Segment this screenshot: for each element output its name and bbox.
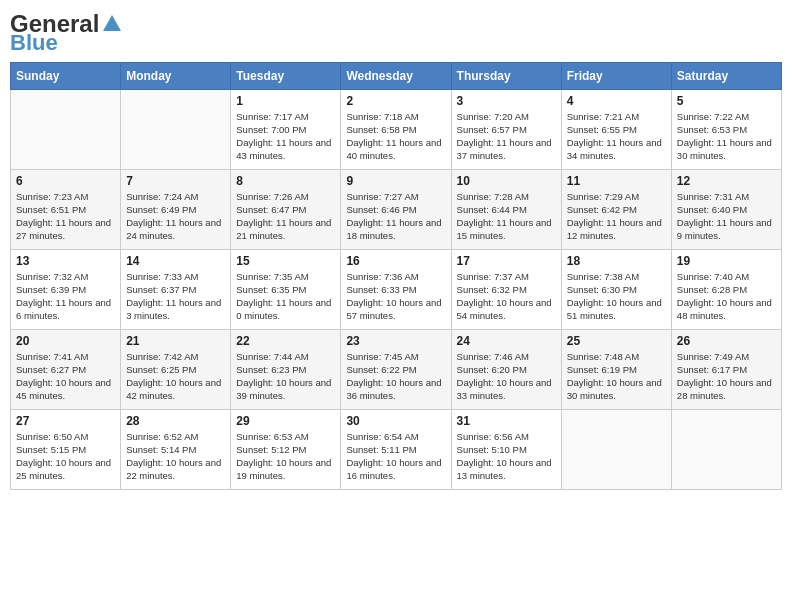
calendar-cell: 11Sunrise: 7:29 AM Sunset: 6:42 PM Dayli… <box>561 169 671 249</box>
calendar-cell: 22Sunrise: 7:44 AM Sunset: 6:23 PM Dayli… <box>231 329 341 409</box>
calendar-cell: 20Sunrise: 7:41 AM Sunset: 6:27 PM Dayli… <box>11 329 121 409</box>
calendar-cell: 19Sunrise: 7:40 AM Sunset: 6:28 PM Dayli… <box>671 249 781 329</box>
day-number: 7 <box>126 174 225 188</box>
calendar-cell <box>671 409 781 489</box>
calendar-table: SundayMondayTuesdayWednesdayThursdayFrid… <box>10 62 782 490</box>
day-number: 22 <box>236 334 335 348</box>
day-number: 2 <box>346 94 445 108</box>
day-detail: Sunrise: 7:28 AM Sunset: 6:44 PM Dayligh… <box>457 190 556 243</box>
day-detail: Sunrise: 6:52 AM Sunset: 5:14 PM Dayligh… <box>126 430 225 483</box>
day-number: 18 <box>567 254 666 268</box>
day-detail: Sunrise: 7:27 AM Sunset: 6:46 PM Dayligh… <box>346 190 445 243</box>
day-detail: Sunrise: 7:35 AM Sunset: 6:35 PM Dayligh… <box>236 270 335 323</box>
weekday-header-tuesday: Tuesday <box>231 62 341 89</box>
calendar-cell: 6Sunrise: 7:23 AM Sunset: 6:51 PM Daylig… <box>11 169 121 249</box>
calendar-cell: 2Sunrise: 7:18 AM Sunset: 6:58 PM Daylig… <box>341 89 451 169</box>
day-number: 10 <box>457 174 556 188</box>
calendar-cell: 9Sunrise: 7:27 AM Sunset: 6:46 PM Daylig… <box>341 169 451 249</box>
weekday-header-row: SundayMondayTuesdayWednesdayThursdayFrid… <box>11 62 782 89</box>
day-number: 24 <box>457 334 556 348</box>
day-number: 13 <box>16 254 115 268</box>
day-detail: Sunrise: 7:36 AM Sunset: 6:33 PM Dayligh… <box>346 270 445 323</box>
calendar-cell: 14Sunrise: 7:33 AM Sunset: 6:37 PM Dayli… <box>121 249 231 329</box>
day-number: 6 <box>16 174 115 188</box>
day-number: 1 <box>236 94 335 108</box>
day-number: 3 <box>457 94 556 108</box>
day-number: 26 <box>677 334 776 348</box>
calendar-cell: 1Sunrise: 7:17 AM Sunset: 7:00 PM Daylig… <box>231 89 341 169</box>
calendar-cell: 25Sunrise: 7:48 AM Sunset: 6:19 PM Dayli… <box>561 329 671 409</box>
svg-marker-0 <box>103 15 121 31</box>
day-detail: Sunrise: 7:22 AM Sunset: 6:53 PM Dayligh… <box>677 110 776 163</box>
day-number: 4 <box>567 94 666 108</box>
day-detail: Sunrise: 7:42 AM Sunset: 6:25 PM Dayligh… <box>126 350 225 403</box>
calendar-cell: 13Sunrise: 7:32 AM Sunset: 6:39 PM Dayli… <box>11 249 121 329</box>
day-detail: Sunrise: 7:40 AM Sunset: 6:28 PM Dayligh… <box>677 270 776 323</box>
calendar-week-row: 13Sunrise: 7:32 AM Sunset: 6:39 PM Dayli… <box>11 249 782 329</box>
day-number: 9 <box>346 174 445 188</box>
calendar-week-row: 1Sunrise: 7:17 AM Sunset: 7:00 PM Daylig… <box>11 89 782 169</box>
day-number: 11 <box>567 174 666 188</box>
day-number: 16 <box>346 254 445 268</box>
day-detail: Sunrise: 6:50 AM Sunset: 5:15 PM Dayligh… <box>16 430 115 483</box>
day-detail: Sunrise: 7:31 AM Sunset: 6:40 PM Dayligh… <box>677 190 776 243</box>
calendar-cell: 15Sunrise: 7:35 AM Sunset: 6:35 PM Dayli… <box>231 249 341 329</box>
day-detail: Sunrise: 6:53 AM Sunset: 5:12 PM Dayligh… <box>236 430 335 483</box>
weekday-header-monday: Monday <box>121 62 231 89</box>
weekday-header-wednesday: Wednesday <box>341 62 451 89</box>
calendar-cell: 17Sunrise: 7:37 AM Sunset: 6:32 PM Dayli… <box>451 249 561 329</box>
calendar-cell: 4Sunrise: 7:21 AM Sunset: 6:55 PM Daylig… <box>561 89 671 169</box>
day-number: 30 <box>346 414 445 428</box>
calendar-cell <box>121 89 231 169</box>
calendar-week-row: 20Sunrise: 7:41 AM Sunset: 6:27 PM Dayli… <box>11 329 782 409</box>
day-number: 12 <box>677 174 776 188</box>
logo: General Blue <box>10 10 123 52</box>
calendar-cell: 5Sunrise: 7:22 AM Sunset: 6:53 PM Daylig… <box>671 89 781 169</box>
day-detail: Sunrise: 7:37 AM Sunset: 6:32 PM Dayligh… <box>457 270 556 323</box>
day-detail: Sunrise: 7:18 AM Sunset: 6:58 PM Dayligh… <box>346 110 445 163</box>
day-number: 29 <box>236 414 335 428</box>
day-detail: Sunrise: 7:20 AM Sunset: 6:57 PM Dayligh… <box>457 110 556 163</box>
calendar-cell: 10Sunrise: 7:28 AM Sunset: 6:44 PM Dayli… <box>451 169 561 249</box>
calendar-cell: 23Sunrise: 7:45 AM Sunset: 6:22 PM Dayli… <box>341 329 451 409</box>
day-number: 20 <box>16 334 115 348</box>
day-detail: Sunrise: 7:33 AM Sunset: 6:37 PM Dayligh… <box>126 270 225 323</box>
page-header: General Blue <box>10 10 782 52</box>
weekday-header-sunday: Sunday <box>11 62 121 89</box>
day-detail: Sunrise: 7:38 AM Sunset: 6:30 PM Dayligh… <box>567 270 666 323</box>
day-number: 21 <box>126 334 225 348</box>
calendar-cell: 7Sunrise: 7:24 AM Sunset: 6:49 PM Daylig… <box>121 169 231 249</box>
day-detail: Sunrise: 7:41 AM Sunset: 6:27 PM Dayligh… <box>16 350 115 403</box>
logo-icon <box>101 13 123 35</box>
calendar-cell: 21Sunrise: 7:42 AM Sunset: 6:25 PM Dayli… <box>121 329 231 409</box>
day-number: 28 <box>126 414 225 428</box>
logo-blue: Blue <box>10 34 58 52</box>
calendar-cell: 18Sunrise: 7:38 AM Sunset: 6:30 PM Dayli… <box>561 249 671 329</box>
day-detail: Sunrise: 7:21 AM Sunset: 6:55 PM Dayligh… <box>567 110 666 163</box>
calendar-cell <box>11 89 121 169</box>
calendar-cell: 24Sunrise: 7:46 AM Sunset: 6:20 PM Dayli… <box>451 329 561 409</box>
day-number: 23 <box>346 334 445 348</box>
calendar-week-row: 6Sunrise: 7:23 AM Sunset: 6:51 PM Daylig… <box>11 169 782 249</box>
day-detail: Sunrise: 6:56 AM Sunset: 5:10 PM Dayligh… <box>457 430 556 483</box>
calendar-cell: 28Sunrise: 6:52 AM Sunset: 5:14 PM Dayli… <box>121 409 231 489</box>
day-number: 25 <box>567 334 666 348</box>
calendar-cell <box>561 409 671 489</box>
day-number: 17 <box>457 254 556 268</box>
day-number: 15 <box>236 254 335 268</box>
day-detail: Sunrise: 7:49 AM Sunset: 6:17 PM Dayligh… <box>677 350 776 403</box>
weekday-header-thursday: Thursday <box>451 62 561 89</box>
calendar-cell: 31Sunrise: 6:56 AM Sunset: 5:10 PM Dayli… <box>451 409 561 489</box>
calendar-cell: 3Sunrise: 7:20 AM Sunset: 6:57 PM Daylig… <box>451 89 561 169</box>
calendar-cell: 12Sunrise: 7:31 AM Sunset: 6:40 PM Dayli… <box>671 169 781 249</box>
day-detail: Sunrise: 7:29 AM Sunset: 6:42 PM Dayligh… <box>567 190 666 243</box>
day-detail: Sunrise: 7:32 AM Sunset: 6:39 PM Dayligh… <box>16 270 115 323</box>
day-number: 27 <box>16 414 115 428</box>
calendar-cell: 29Sunrise: 6:53 AM Sunset: 5:12 PM Dayli… <box>231 409 341 489</box>
day-detail: Sunrise: 7:46 AM Sunset: 6:20 PM Dayligh… <box>457 350 556 403</box>
calendar-cell: 26Sunrise: 7:49 AM Sunset: 6:17 PM Dayli… <box>671 329 781 409</box>
day-detail: Sunrise: 7:23 AM Sunset: 6:51 PM Dayligh… <box>16 190 115 243</box>
calendar-week-row: 27Sunrise: 6:50 AM Sunset: 5:15 PM Dayli… <box>11 409 782 489</box>
day-number: 8 <box>236 174 335 188</box>
day-detail: Sunrise: 7:17 AM Sunset: 7:00 PM Dayligh… <box>236 110 335 163</box>
